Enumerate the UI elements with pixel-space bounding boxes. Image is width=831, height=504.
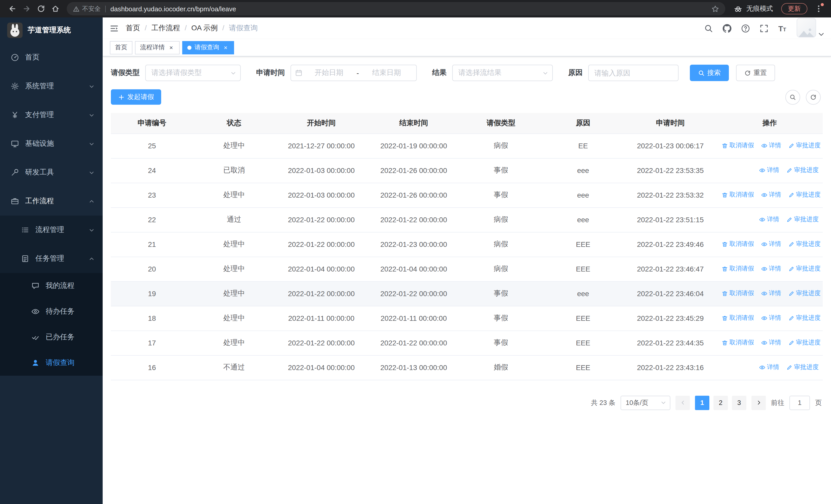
detail-link[interactable]: 详情 xyxy=(761,314,781,323)
reset-button[interactable]: 重置 xyxy=(736,65,775,81)
goto-page-input[interactable] xyxy=(790,395,810,410)
back-icon[interactable] xyxy=(5,2,20,16)
page-buttons: 1 2 3 xyxy=(695,395,746,410)
top-navbar: 首页 工作流程 OA 示例 请假查询 xyxy=(103,18,831,39)
help-icon[interactable] xyxy=(737,20,753,36)
result-select[interactable]: 请选择流结果 xyxy=(452,65,553,81)
github-icon[interactable] xyxy=(719,20,735,36)
refresh-button[interactable] xyxy=(806,90,821,105)
security-warning[interactable]: 不安全 xyxy=(73,4,101,13)
detail-link[interactable]: 详情 xyxy=(759,363,779,372)
page-size-select[interactable]: 10条/页 xyxy=(621,395,670,410)
leave-type-label: 请假类型 xyxy=(111,68,140,78)
search-icon[interactable] xyxy=(700,20,717,36)
page-button-1[interactable]: 1 xyxy=(695,395,709,410)
detail-link[interactable]: 详情 xyxy=(761,191,781,199)
eye-icon xyxy=(761,266,767,272)
detail-link[interactable]: 详情 xyxy=(761,289,781,298)
table-row: 18处理中2022-01-11 00:00:002022-01-11 00:00… xyxy=(111,306,823,330)
cancel-leave-link[interactable]: 取消请假 xyxy=(722,338,754,347)
cancel-leave-link[interactable]: 取消请假 xyxy=(722,191,754,199)
url-divider xyxy=(105,5,106,12)
chevron-down-icon xyxy=(89,170,94,175)
eye-icon xyxy=(761,291,767,297)
sidebar-item-my-process[interactable]: 我的流程 xyxy=(0,273,103,299)
sidebar-item-workflow[interactable]: 工作流程 xyxy=(0,187,103,215)
breadcrumb-home[interactable]: 首页 xyxy=(126,24,140,33)
fullscreen-icon[interactable] xyxy=(755,20,772,36)
detail-link[interactable]: 详情 xyxy=(759,166,779,175)
cancel-leave-link[interactable]: 取消请假 xyxy=(722,289,754,298)
sidebar: 芋道管理系统 首页 系统管理 支付管理 基础设施 xyxy=(0,18,103,504)
cancel-leave-link[interactable]: 取消请假 xyxy=(722,314,754,323)
sidebar-item-task-management[interactable]: 任务管理 xyxy=(0,244,103,273)
breadcrumb-workflow[interactable]: 工作流程 xyxy=(140,24,180,33)
reason-input[interactable] xyxy=(588,65,679,81)
close-icon[interactable] xyxy=(222,44,229,51)
start-date-placeholder: 开始日期 xyxy=(303,68,354,78)
address-bar[interactable]: 不安全 dashboard.yudao.iocoder.cn/bpm/oa/le… xyxy=(67,2,725,16)
user-menu[interactable] xyxy=(797,18,824,38)
detail-link[interactable]: 详情 xyxy=(761,338,781,347)
detail-link[interactable]: 详情 xyxy=(761,240,781,249)
sidebar-item-done-tasks[interactable]: 已办任务 xyxy=(0,324,103,350)
update-button[interactable]: 更新 xyxy=(781,3,807,14)
security-label: 不安全 xyxy=(82,4,101,13)
tab-home[interactable]: 首页 xyxy=(110,41,133,54)
sidebar-item-infrastructure[interactable]: 基础设施 xyxy=(0,129,103,158)
apply-time-range-picker[interactable]: 开始日期 - 结束日期 xyxy=(290,65,417,81)
goto-label: 前往 xyxy=(771,398,784,407)
sidebar-item-system[interactable]: 系统管理 xyxy=(0,72,103,100)
breadcrumb-oa-example[interactable]: OA 示例 xyxy=(180,24,218,33)
active-dot xyxy=(188,46,192,50)
cancel-leave-link[interactable]: 取消请假 xyxy=(722,240,754,249)
cancel-leave-link[interactable]: 取消请假 xyxy=(722,265,754,273)
approval-progress-link[interactable]: 审批进度 xyxy=(789,338,821,347)
app-logo[interactable]: 芋道管理系统 xyxy=(0,18,103,43)
home-icon[interactable] xyxy=(48,2,63,16)
sidebar-item-home[interactable]: 首页 xyxy=(0,43,103,72)
approval-progress-link[interactable]: 审批进度 xyxy=(789,191,821,199)
approval-progress-link[interactable]: 审批进度 xyxy=(789,141,821,150)
approval-progress-link[interactable]: 审批进度 xyxy=(786,363,819,372)
page-button-3[interactable]: 3 xyxy=(732,395,746,410)
column-status: 状态 xyxy=(193,113,275,134)
sidebar-item-process-management[interactable]: 流程管理 xyxy=(0,215,103,244)
approval-progress-link[interactable]: 审批进度 xyxy=(789,289,821,298)
page-button-2[interactable]: 2 xyxy=(713,395,728,410)
close-icon[interactable] xyxy=(168,44,174,51)
font-size-icon[interactable] xyxy=(774,20,791,36)
bookmark-star-icon[interactable] xyxy=(711,5,719,12)
approval-progress-link[interactable]: 审批进度 xyxy=(786,166,819,175)
create-leave-button[interactable]: 发起请假 xyxy=(111,89,161,105)
reload-icon[interactable] xyxy=(34,2,48,16)
next-page-button[interactable] xyxy=(751,395,766,410)
search-button[interactable]: 搜索 xyxy=(690,65,729,81)
forward-icon[interactable] xyxy=(20,2,34,16)
tab-leave-query[interactable]: 请假查询 xyxy=(182,41,234,54)
navbar-actions xyxy=(700,18,824,38)
sidebar-item-payment[interactable]: 支付管理 xyxy=(0,100,103,129)
dashboard-icon xyxy=(10,53,19,62)
detail-link[interactable]: 详情 xyxy=(761,265,781,273)
sidebar-item-leave-query[interactable]: 请假查询 xyxy=(0,350,103,376)
approval-progress-link[interactable]: 审批进度 xyxy=(786,215,819,224)
column-reason: 原因 xyxy=(542,113,624,134)
detail-link[interactable]: 详情 xyxy=(761,141,781,150)
sidebar-collapse-icon[interactable] xyxy=(110,24,119,33)
toggle-search-button[interactable] xyxy=(785,90,800,105)
trash-icon xyxy=(722,315,728,321)
browser-menu-icon[interactable] xyxy=(811,2,826,16)
sidebar-item-devtools[interactable]: 研发工具 xyxy=(0,158,103,187)
approval-progress-link[interactable]: 审批进度 xyxy=(789,314,821,323)
leave-type-select[interactable]: 请选择请假类型 xyxy=(145,65,241,81)
approval-progress-link[interactable]: 审批进度 xyxy=(789,240,821,249)
detail-link[interactable]: 详情 xyxy=(759,215,779,224)
cancel-leave-link[interactable]: 取消请假 xyxy=(722,141,754,150)
sidebar-item-todo-tasks[interactable]: 待办任务 xyxy=(0,299,103,324)
tab-process-detail[interactable]: 流程详情 xyxy=(135,41,180,54)
approval-progress-link[interactable]: 审批进度 xyxy=(789,265,821,273)
avatar[interactable] xyxy=(797,18,816,37)
chevron-down-icon xyxy=(89,141,94,147)
prev-page-button[interactable] xyxy=(676,395,690,410)
